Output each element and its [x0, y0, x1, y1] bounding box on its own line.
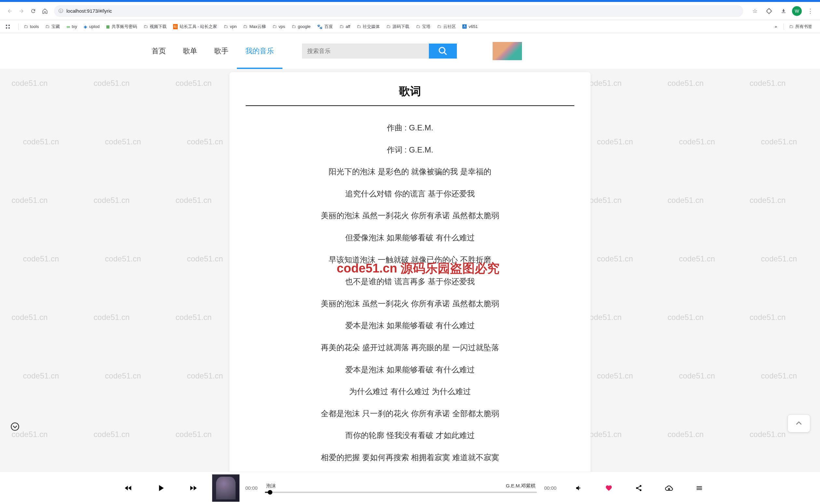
- address-bar[interactable]: ⓘ localhost:9173/#/lyric: [54, 5, 743, 17]
- reload-button[interactable]: [27, 5, 39, 17]
- search-input[interactable]: [302, 44, 429, 59]
- svg-point-7: [640, 485, 642, 487]
- site-info-icon[interactable]: ⓘ: [59, 8, 63, 14]
- lyrics-line: 作词 : G.E.M.: [246, 144, 574, 155]
- download-icon[interactable]: [778, 5, 789, 17]
- user-avatar[interactable]: [493, 42, 522, 60]
- bookmark-item[interactable]: ◈uplod: [81, 23, 102, 31]
- bookmark-star-icon[interactable]: ☆: [749, 5, 761, 17]
- bookmark-item[interactable]: Av651: [460, 23, 480, 30]
- progress-bar[interactable]: [265, 492, 537, 493]
- lyrics-line: 全都是泡沫 只一刹的花火 你所有承诺 全部都太脆弱: [246, 408, 574, 419]
- nav-link[interactable]: 首页: [143, 42, 174, 60]
- album-art[interactable]: [212, 474, 239, 502]
- bookmark-item[interactable]: 🗀宝塔: [413, 22, 433, 31]
- lyrics-line: 阳光下的泡沫 是彩色的 就像被骗的我 是幸福的: [246, 166, 574, 177]
- lyrics-line: 作曲 : G.E.M.: [246, 122, 574, 133]
- apps-grid-icon[interactable]: [4, 23, 12, 31]
- player-bar: 00:00 泡沫 G.E.M.邓紫棋 00:00: [0, 471, 820, 504]
- lyrics-line: 但爱像泡沫 如果能够看破 有什么难过: [246, 232, 574, 243]
- scroll-to-top-button[interactable]: [787, 414, 810, 432]
- volume-button[interactable]: [575, 484, 583, 492]
- current-time: 00:00: [245, 485, 258, 491]
- svg-rect-2: [6, 27, 7, 29]
- home-button[interactable]: [39, 5, 51, 17]
- lyrics-heading: 歌词: [246, 84, 574, 106]
- svg-rect-1: [8, 25, 10, 26]
- bookmark-item[interactable]: 🗀aff: [337, 23, 353, 30]
- search-button[interactable]: [429, 44, 457, 59]
- bookmark-item[interactable]: 🗀源码下载: [383, 22, 412, 31]
- lyrics-line: 美丽的泡沫 虽然一刹花火 你所有承诺 虽然都太脆弱: [246, 298, 574, 309]
- lyrics-line: 为什么难过 有什么难过 为什么难过: [246, 386, 574, 397]
- lyrics-line: 也不是谁的错 谎言再多 基于你还爱我: [246, 276, 574, 287]
- bookmark-item[interactable]: 🗀云社区: [435, 22, 459, 31]
- total-time: 00:00: [544, 485, 557, 491]
- bookmark-item[interactable]: 站站长工具 - 站长之家: [170, 22, 220, 31]
- extensions-icon[interactable]: [763, 5, 775, 17]
- svg-point-4: [439, 47, 445, 53]
- svg-point-8: [636, 487, 638, 489]
- bookmarks-overflow[interactable]: »: [772, 23, 780, 30]
- lyrics-line: 爱本是泡沫 如果能够看破 有什么难过: [246, 320, 574, 331]
- menu-icon[interactable]: ⋮: [804, 5, 816, 17]
- bookmark-item[interactable]: 🗀视频下载: [141, 22, 169, 31]
- lyrics-line: 相爱的把握 要如何再搜索 相拥着寂寞 难道就不寂寞: [246, 452, 574, 463]
- profile-avatar[interactable]: W: [792, 6, 802, 16]
- svg-point-9: [640, 489, 642, 491]
- bookmark-item[interactable]: 🗀google: [289, 23, 313, 30]
- bookmark-item[interactable]: 🗀社交媒体: [354, 22, 382, 31]
- previous-button[interactable]: [124, 484, 133, 493]
- svg-line-5: [444, 52, 447, 55]
- play-button[interactable]: [155, 483, 166, 493]
- nav-link[interactable]: 我的音乐: [237, 42, 282, 60]
- svg-line-10: [638, 486, 640, 487]
- lyrics-line: 而你的轮廓 怪我没有看破 才如此难过: [246, 430, 574, 441]
- bookmark-item[interactable]: 🗀宝藏: [43, 22, 62, 31]
- nav-link[interactable]: 歌手: [206, 42, 237, 60]
- lyrics-card: 歌词 作曲 : G.E.M.作词 : G.E.M.阳光下的泡沫 是彩色的 就像被…: [229, 72, 591, 471]
- chevron-up-icon: [795, 419, 803, 428]
- lyrics-line: 爱本是泡沫 如果能够看破 有什么难过: [246, 364, 574, 375]
- bookmarks-bar: 🗀tools🗀宝藏∞txy◈uplod▦共享账号密码🗀视频下载站站长工具 - 站…: [0, 20, 820, 33]
- svg-point-6: [11, 423, 19, 430]
- lyrics-line: 早该知道泡沫 一触就破 就像已伤的心 不胜折磨: [246, 254, 574, 265]
- back-button[interactable]: [4, 5, 16, 17]
- app-nav: 首页歌单歌手我的音乐: [0, 33, 820, 69]
- share-button[interactable]: [635, 484, 642, 492]
- browser-toolbar: ⓘ localhost:9173/#/lyric ☆ W ⋮: [0, 2, 820, 20]
- bookmark-item[interactable]: 🐾百度: [314, 22, 335, 31]
- nav-link[interactable]: 歌单: [174, 42, 206, 60]
- url-text: localhost:9173/#/lyric: [66, 8, 112, 14]
- favorite-button[interactable]: [605, 484, 612, 492]
- svg-line-11: [638, 488, 640, 490]
- bookmark-item[interactable]: 🗀vpn: [221, 23, 239, 30]
- playlist-button[interactable]: [696, 484, 703, 492]
- download-song-button[interactable]: [665, 484, 673, 492]
- bookmark-item[interactable]: ▦共享账号密码: [103, 22, 140, 31]
- bookmark-item[interactable]: 🗀tools: [21, 23, 41, 30]
- bookmark-item[interactable]: 🗀Max云梯: [240, 22, 268, 31]
- page-content: code51.cncode51.cncode51.cncode51.cncode…: [0, 33, 820, 471]
- lyrics-line: 再美的花朵 盛开过就凋落 再亮眼的星 一闪过就坠落: [246, 342, 574, 353]
- bookmark-item[interactable]: ∞txy: [64, 23, 80, 31]
- artist-name: G.E.M.邓紫棋: [506, 483, 536, 489]
- svg-rect-0: [6, 25, 7, 26]
- bookmark-item[interactable]: 🗀vps: [270, 23, 288, 30]
- svg-rect-3: [8, 27, 10, 29]
- lyrics-line: 追究什么对错 你的谎言 基于你还爱我: [246, 188, 574, 199]
- song-name: 泡沫: [266, 483, 276, 489]
- next-button[interactable]: [189, 484, 198, 493]
- lyrics-line: 美丽的泡沫 虽然一刹花火 你所有承诺 虽然都太脆弱: [246, 210, 574, 221]
- all-bookmarks[interactable]: 🗀所有书签: [786, 22, 815, 31]
- forward-button[interactable]: [16, 5, 27, 17]
- reading-list-icon[interactable]: [10, 422, 20, 431]
- progress-thumb[interactable]: [268, 490, 272, 495]
